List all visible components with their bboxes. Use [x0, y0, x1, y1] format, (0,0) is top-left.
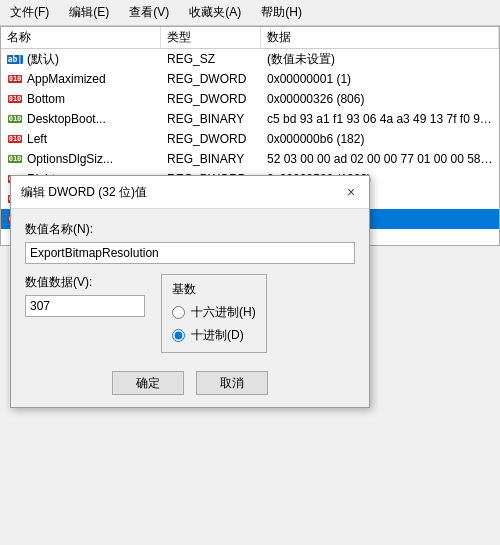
table-row[interactable]: 010OptionsDlgSiz... REG_BINARY 52 03 00 … — [1, 149, 499, 169]
cell-name-text: OptionsDlgSiz... — [27, 152, 113, 166]
cell-data: 52 03 00 00 ad 02 00 00 77 01 00 00 58 0… — [263, 152, 497, 166]
cell-type: REG_DWORD — [163, 92, 263, 106]
cell-type: REG_SZ — [163, 52, 263, 66]
dialog-titlebar: 编辑 DWORD (32 位)值 × — [11, 176, 369, 209]
table-row[interactable]: 010AppMaximized REG_DWORD 0x00000001 (1) — [1, 69, 499, 89]
dword-icon: 010 — [7, 92, 23, 106]
data-value-section: 数值数据(V): — [25, 274, 145, 317]
decimal-radio-text: 十进制(D) — [191, 327, 244, 344]
cell-name-text: Left — [27, 132, 47, 146]
radio-group: 十六进制(H) 十进制(D) — [172, 304, 256, 344]
decimal-radio[interactable] — [172, 329, 185, 342]
base-label: 基数 — [172, 281, 256, 298]
cell-name-text: AppMaximized — [27, 72, 106, 86]
cell-name-text: Bottom — [27, 92, 65, 106]
dialog-body: 数值名称(N): 数值数据(V): 基数 十六进制(H) — [11, 209, 369, 407]
dialog-close-button[interactable]: × — [341, 182, 361, 202]
dialog-title: 编辑 DWORD (32 位)值 — [21, 184, 147, 201]
header-type: 类型 — [161, 27, 261, 48]
table-row[interactable]: 010DesktopBoot... REG_BINARY c5 bd 93 a1… — [1, 109, 499, 129]
data-input[interactable] — [25, 295, 145, 317]
cell-type: REG_DWORD — [163, 132, 263, 146]
menu-help[interactable]: 帮助(H) — [255, 2, 308, 23]
data-row: 数值数据(V): 基数 十六进制(H) 十进制(D) — [25, 274, 355, 353]
name-label: 数值名称(N): — [25, 221, 355, 238]
cell-name-text: (默认) — [27, 51, 59, 68]
cell-data: 0x00000001 (1) — [263, 72, 497, 86]
dword-icon: 010 — [7, 132, 23, 146]
ok-button[interactable]: 确定 — [112, 371, 184, 395]
menu-edit[interactable]: 编辑(E) — [63, 2, 115, 23]
cell-type: REG_BINARY — [163, 152, 263, 166]
base-section: 基数 十六进制(H) 十进制(D) — [161, 274, 267, 353]
header-data: 数据 — [261, 27, 499, 48]
table-header: 名称 类型 数据 — [1, 27, 499, 49]
menu-view[interactable]: 查看(V) — [123, 2, 175, 23]
menu-favorites[interactable]: 收藏夹(A) — [183, 2, 247, 23]
hex-radio[interactable] — [172, 306, 185, 319]
table-row[interactable]: ab|(默认) REG_SZ (数值未设置) — [1, 49, 499, 69]
menu-file[interactable]: 文件(F) — [4, 2, 55, 23]
cell-type: REG_DWORD — [163, 72, 263, 86]
dialog-buttons: 确定 取消 — [25, 367, 355, 395]
cell-name-text: DesktopBoot... — [27, 112, 106, 126]
binary-icon: 010 — [7, 112, 23, 126]
menubar: 文件(F) 编辑(E) 查看(V) 收藏夹(A) 帮助(H) — [0, 0, 500, 26]
cancel-button[interactable]: 取消 — [196, 371, 268, 395]
ab-icon: ab| — [7, 52, 23, 66]
table-row[interactable]: 010Bottom REG_DWORD 0x00000326 (806) — [1, 89, 499, 109]
binary-icon: 010 — [7, 152, 23, 166]
cell-type: REG_BINARY — [163, 112, 263, 126]
cell-data: 0x00000326 (806) — [263, 92, 497, 106]
cell-data: 0x000000b6 (182) — [263, 132, 497, 146]
table-row[interactable]: 010Left REG_DWORD 0x000000b6 (182) — [1, 129, 499, 149]
hex-radio-label[interactable]: 十六进制(H) — [172, 304, 256, 321]
edit-dword-dialog: 编辑 DWORD (32 位)值 × 数值名称(N): 数值数据(V): 基数 … — [10, 175, 370, 408]
hex-radio-text: 十六进制(H) — [191, 304, 256, 321]
name-input[interactable] — [25, 242, 355, 264]
cell-data: (数值未设置) — [263, 51, 497, 68]
cell-data: c5 bd 93 a1 f1 93 06 4a a3 49 13 7f f0 9… — [263, 112, 497, 126]
dword-icon: 010 — [7, 72, 23, 86]
data-label: 数值数据(V): — [25, 274, 145, 291]
header-name: 名称 — [1, 27, 161, 48]
decimal-radio-label[interactable]: 十进制(D) — [172, 327, 256, 344]
